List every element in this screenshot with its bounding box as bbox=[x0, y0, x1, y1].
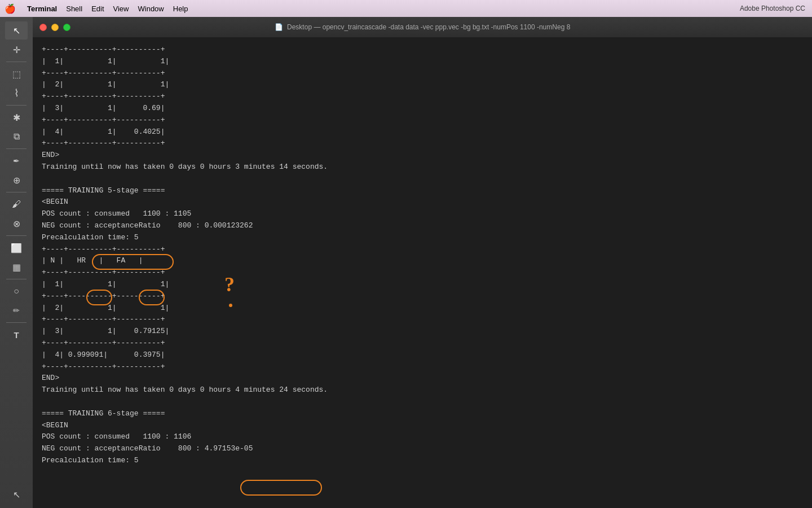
traffic-minimize[interactable] bbox=[51, 24, 59, 31]
terminal-titlebar: 📄 Desktop — opencv_traincascade -data da… bbox=[33, 17, 812, 37]
toolbar-separator-5 bbox=[6, 235, 27, 236]
tool-crop[interactable]: ⧉ bbox=[5, 128, 28, 146]
terminal-content[interactable]: +----+----------+----------+ | 1| 1| 1| … bbox=[33, 37, 812, 508]
tool-text[interactable]: T bbox=[5, 326, 28, 344]
menubar-app-name: Adobe Photoshop CC bbox=[740, 5, 805, 12]
toolbar-separator-3 bbox=[6, 148, 27, 149]
tool-pointer[interactable]: ↖ bbox=[5, 21, 28, 40]
tool-move[interactable]: ✛ bbox=[5, 41, 28, 59]
toolbar-separator-2 bbox=[6, 105, 27, 106]
tool-spot-heal[interactable]: ⊕ bbox=[5, 171, 28, 189]
tool-gradient[interactable]: ▦ bbox=[5, 258, 28, 276]
traffic-close[interactable] bbox=[39, 24, 47, 31]
menubar-view[interactable]: View bbox=[113, 5, 129, 13]
menubar-window[interactable]: Window bbox=[138, 5, 164, 13]
ps-toolbar: ↖ ✛ ⬚ ⌇ ✱ ⧉ ✒ ⊕ 🖌 ⊗ ⬜ ▦ ○ ✏ T ↖ bbox=[0, 17, 33, 508]
terminal-output: +----+----------+----------+ | 1| 1| 1| … bbox=[42, 44, 803, 467]
menubar-edit[interactable]: Edit bbox=[91, 5, 104, 13]
tool-marquee[interactable]: ⬚ bbox=[5, 65, 28, 83]
tool-pointer2[interactable]: ↖ bbox=[5, 485, 28, 503]
tool-brush[interactable]: 🖌 bbox=[5, 195, 28, 213]
menubar: 🍎 Terminal Shell Edit View Window Help A… bbox=[0, 0, 812, 17]
menubar-help[interactable]: Help bbox=[173, 5, 188, 13]
toolbar-separator-1 bbox=[6, 62, 27, 62]
apple-menu[interactable]: 🍎 bbox=[5, 3, 16, 14]
menubar-shell[interactable]: Shell bbox=[66, 5, 82, 13]
tool-eyedropper[interactable]: ✒ bbox=[5, 152, 28, 170]
toolbar-separator-7 bbox=[6, 322, 27, 323]
terminal-window: 📄 Desktop — opencv_traincascade -data da… bbox=[33, 17, 812, 508]
tool-eraser[interactable]: ⬜ bbox=[5, 239, 28, 257]
toolbar-separator-4 bbox=[6, 192, 27, 192]
tool-dodge[interactable]: ○ bbox=[5, 282, 28, 300]
tool-quick-select[interactable]: ✱ bbox=[5, 108, 28, 126]
tool-pen[interactable]: ✏ bbox=[5, 301, 28, 319]
menubar-terminal[interactable]: Terminal bbox=[27, 5, 57, 13]
terminal-title: 📄 Desktop — opencv_traincascade -data da… bbox=[275, 23, 571, 31]
toolbar-separator-6 bbox=[6, 279, 27, 279]
tool-lasso[interactable]: ⌇ bbox=[5, 84, 28, 102]
traffic-maximize[interactable] bbox=[63, 24, 70, 31]
circle-value-neg6 bbox=[240, 480, 322, 496]
tool-clone[interactable]: ⊗ bbox=[5, 214, 28, 233]
